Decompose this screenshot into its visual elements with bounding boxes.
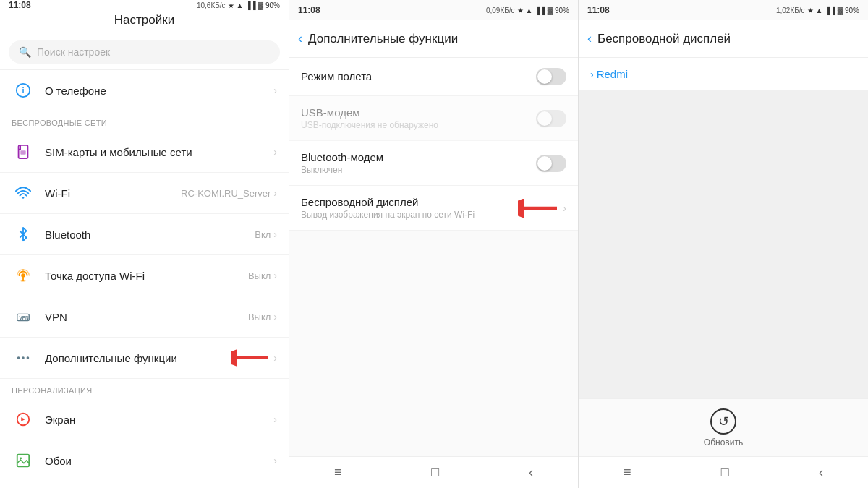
screen-label: Экран bbox=[45, 414, 273, 426]
battery-pct-1: 90% bbox=[265, 1, 280, 9]
menu-item-bluetooth[interactable]: Bluetooth Вкл › bbox=[0, 214, 289, 255]
signal-icon: ▐▐ bbox=[246, 1, 256, 9]
hotspot-label: Точка доступа Wi-Fi bbox=[45, 270, 248, 282]
vpn-label: VPN bbox=[45, 311, 248, 323]
menu-item-more-functions[interactable]: Дополнительные функции › bbox=[0, 338, 289, 379]
sim-chevron: › bbox=[273, 146, 277, 158]
airplane-knob bbox=[537, 69, 552, 84]
wireless-display-row[interactable]: Беспроводной дисплей Вывод изображения н… bbox=[289, 186, 578, 231]
bt-modem-toggle[interactable] bbox=[536, 155, 566, 172]
bottom-nav-3: ≡ □ ‹ bbox=[579, 456, 868, 488]
top-bar-2: ‹ Дополнительные функции bbox=[289, 20, 578, 58]
redmi-link-row[interactable]: › Redmi bbox=[579, 58, 868, 90]
about-chevron: › bbox=[273, 85, 277, 96]
usb-knob bbox=[537, 111, 552, 126]
wireless-display-sub: Вывод изображения на экран по сети Wi-Fi bbox=[301, 210, 518, 220]
wireless-display-info: Беспроводной дисплей Вывод изображения н… bbox=[301, 196, 518, 220]
status-bar-3: 11:08 1,02КБ/с ★ ▲ ▐▐ ▓ 90% bbox=[579, 0, 868, 20]
more-functions-chevron: › bbox=[273, 352, 277, 364]
page-title-1: Настройки bbox=[0, 10, 289, 35]
speed-1: 10,6КБ/с bbox=[197, 1, 226, 9]
refresh-area: ↺ Обновить bbox=[579, 398, 868, 456]
wifi-status-icon: ▲ bbox=[237, 1, 244, 9]
menu-item-wifi[interactable]: Wi-Fi RC-KOMI.RU_Server › bbox=[0, 173, 289, 214]
nav-home-3[interactable]: □ bbox=[721, 465, 729, 480]
menu-item-about[interactable]: i О телефоне › bbox=[0, 70, 289, 111]
usb-sub: USB-подключения не обнаружено bbox=[301, 120, 536, 130]
refresh-label: Обновить bbox=[704, 437, 743, 448]
back-button-3[interactable]: ‹ bbox=[587, 31, 592, 46]
menu-item-hotspot[interactable]: Точка доступа Wi-Fi Выкл › bbox=[0, 255, 289, 296]
panel-wireless-display: 11:08 1,02КБ/с ★ ▲ ▐▐ ▓ 90% ‹ Беспроводн… bbox=[579, 0, 868, 488]
bt-modem-info: Bluetooth-модем Выключен bbox=[301, 151, 536, 175]
sim-label: SIM-карты и мобильные сети bbox=[45, 146, 273, 158]
panel-settings: 11:08 10,6КБ/с ★ ▲ ▐▐ ▓ 90% Настройки 🔍 … bbox=[0, 0, 289, 488]
wallpaper-chevron: › bbox=[273, 455, 277, 466]
red-arrow-2 bbox=[518, 198, 560, 218]
airplane-info: Режим полета bbox=[301, 70, 536, 84]
wifi-value: RC-KOMI.RU_Server bbox=[181, 188, 271, 199]
menu-item-screen[interactable]: Экран › bbox=[0, 399, 289, 440]
bluetooth-chevron: › bbox=[273, 228, 277, 240]
speed-2: 0,09КБ/с bbox=[486, 7, 515, 14]
usb-title: USB-модем bbox=[301, 106, 536, 119]
empty-device-list bbox=[579, 90, 868, 398]
info-icon: i bbox=[12, 79, 35, 102]
status-bar-1: 11:08 10,6КБ/с ★ ▲ ▐▐ ▓ 90% bbox=[0, 0, 289, 10]
search-bar[interactable]: 🔍 Поиск настроек bbox=[9, 40, 280, 64]
nav-home-2[interactable]: □ bbox=[431, 465, 439, 480]
vpn-icon: VPN bbox=[12, 305, 35, 328]
wifi-icon bbox=[12, 181, 35, 205]
more-functions-label: Дополнительные функции bbox=[45, 352, 231, 364]
hotspot-chevron: › bbox=[273, 270, 277, 281]
battery-pct-2: 90% bbox=[555, 7, 569, 14]
menu-item-vpn[interactable]: VPN VPN Выкл › bbox=[0, 296, 289, 338]
bt-modem-title: Bluetooth-модем bbox=[301, 151, 536, 163]
menu-item-themes[interactable]: Темы › bbox=[0, 481, 289, 488]
bt-modem-sub: Выключен bbox=[301, 165, 536, 175]
search-placeholder: Поиск настроек bbox=[37, 46, 110, 58]
menu-item-sim[interactable]: SIM-карты и мобильные сети › bbox=[0, 132, 289, 173]
svg-point-11 bbox=[22, 356, 25, 359]
bluetooth-label: Bluetooth bbox=[45, 228, 255, 241]
nav-menu-2[interactable]: ≡ bbox=[334, 465, 342, 480]
wallpaper-icon bbox=[12, 449, 35, 472]
refresh-icon: ↺ bbox=[718, 414, 729, 429]
signal-icon-2: ▐▐ bbox=[535, 7, 545, 14]
status-time-2: 11:08 bbox=[298, 5, 320, 15]
bt-modem-row[interactable]: Bluetooth-модем Выключен bbox=[289, 141, 578, 186]
airplane-mode-row[interactable]: Режим полета bbox=[289, 58, 578, 96]
bt-icon-3: ★ bbox=[807, 7, 814, 14]
status-time-1: 11:08 bbox=[9, 0, 31, 10]
red-arrow-1 bbox=[231, 348, 271, 367]
nav-back-2[interactable]: ‹ bbox=[529, 465, 533, 480]
section-wireless: БЕСПРОВОДНЫЕ СЕТИ bbox=[0, 111, 289, 132]
nav-back-3[interactable]: ‹ bbox=[819, 465, 823, 480]
svg-text:VPN: VPN bbox=[20, 315, 30, 320]
airplane-title: Режим полета bbox=[301, 70, 536, 82]
airplane-toggle[interactable] bbox=[536, 68, 566, 85]
top-bar-3: ‹ Беспроводной дисплей bbox=[579, 20, 868, 58]
refresh-button[interactable]: ↺ bbox=[710, 408, 736, 435]
page-title-2: Дополнительные функции bbox=[308, 32, 458, 46]
hotspot-value: Выкл bbox=[248, 270, 271, 281]
panel-extra-functions: 11:08 0,09КБ/с ★ ▲ ▐▐ ▓ 90% ‹ Дополнител… bbox=[289, 0, 579, 488]
wallpaper-label: Обои bbox=[45, 455, 273, 467]
svg-text:i: i bbox=[22, 86, 24, 95]
svg-rect-16 bbox=[17, 455, 30, 467]
screen-chevron: › bbox=[273, 414, 277, 425]
section-personalization: ПЕРСОНАЛИЗАЦИЯ bbox=[0, 379, 289, 399]
battery-pct-3: 90% bbox=[845, 7, 859, 14]
nav-menu-3[interactable]: ≡ bbox=[624, 465, 631, 480]
redmi-chevron-icon: › bbox=[590, 69, 594, 80]
menu-item-wallpaper[interactable]: Обои › bbox=[0, 440, 289, 481]
bt-icon bbox=[12, 223, 35, 246]
svg-rect-3 bbox=[20, 150, 25, 155]
sim-icon bbox=[12, 140, 35, 163]
svg-point-10 bbox=[17, 356, 20, 359]
wifi-label: Wi-Fi bbox=[45, 187, 181, 200]
back-button-2[interactable]: ‹ bbox=[298, 31, 302, 46]
bt-icon-2: ★ bbox=[517, 7, 524, 14]
redmi-label[interactable]: Redmi bbox=[597, 68, 628, 80]
more-icon bbox=[12, 346, 35, 369]
